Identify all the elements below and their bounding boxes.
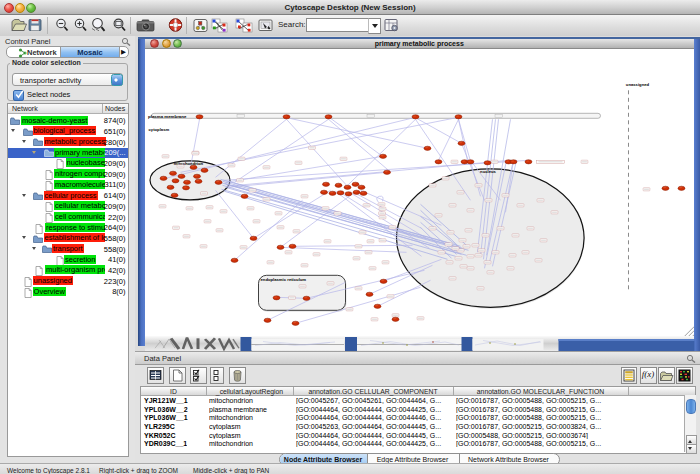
svg-text:plasma membrane: plasma membrane: [148, 113, 187, 118]
svg-text:cytoplasm: cytoplasm: [148, 126, 169, 131]
svg-text:endoplasmic reticulum: endoplasmic reticulum: [260, 276, 306, 281]
svg-text:unassigned: unassigned: [625, 82, 649, 87]
svg-text:nucleus: nucleus: [480, 168, 496, 173]
